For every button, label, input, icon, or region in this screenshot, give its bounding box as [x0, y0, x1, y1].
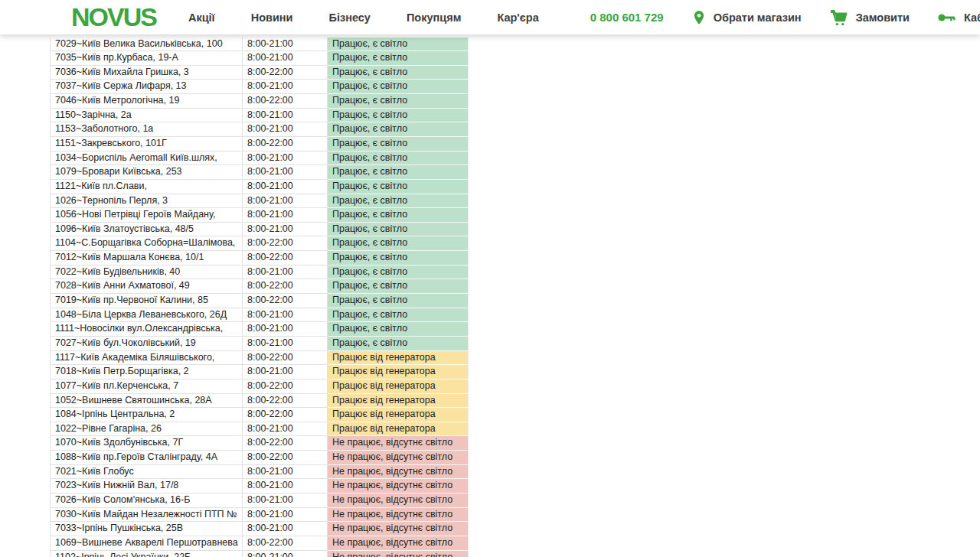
table-row: 1069~Вишневе Акварелі Першотравнева8:00-…: [50, 536, 469, 551]
nav-item-business[interactable]: Бізнесу: [329, 11, 371, 24]
order-label: Замовити: [856, 11, 910, 24]
table-row: 7012~Київ Маршала Конєва, 10/18:00-22:00…: [50, 251, 469, 265]
table-row: 1026~Тернопіль Перля, 38:00-21:00Працює,…: [50, 194, 469, 209]
store-address-cell: 1104~С.Борщагівка Соборна=Шалімова,: [50, 236, 243, 251]
status-cell: Працює від генератора: [328, 379, 469, 394]
table-row: 7018~Київ Петр.Борщагівка, 28:00-21:00Пр…: [50, 365, 469, 379]
table-row: 1096~Київ Златоустівська, 48/58:00-21:00…: [50, 223, 469, 237]
store-address-cell: 1069~Вишневе Акварелі Першотравнева: [50, 536, 243, 551]
working-hours-cell: 8:00-21:00: [243, 337, 328, 351]
store-address-cell: 7021~Київ Глобус: [50, 465, 243, 480]
table-row: 1088~Київ пр.Героїв Сталінграду, 4А8:00-…: [50, 451, 469, 465]
status-cell: Працює, є світло: [328, 109, 469, 123]
store-address-cell: 7018~Київ Петр.Борщагівка, 2: [50, 365, 243, 379]
status-cell: Працює, є світло: [328, 151, 469, 166]
working-hours-cell: 8:00-21:00: [243, 109, 328, 123]
working-hours-cell: 8:00-21:00: [243, 508, 328, 523]
working-hours-cell: 8:00-22:00: [243, 294, 328, 308]
status-cell: Працює, є світло: [328, 51, 469, 66]
store-address-cell: 1077~Київ пл.Керченська, 7: [50, 379, 243, 394]
status-cell: Працює від генератора: [328, 422, 469, 437]
table-row: 7021~Київ Глобус8:00-21:00Не працює, від…: [50, 465, 469, 480]
store-address-cell: 1022~Рівне Гагаріна, 26: [50, 422, 243, 437]
status-cell: Працює, є світло: [328, 37, 469, 52]
working-hours-cell: 8:00-21:00: [243, 465, 328, 480]
store-address-cell: 1088~Київ пр.Героїв Сталінграду, 4А: [50, 451, 243, 465]
working-hours-cell: 8:00-22:00: [243, 436, 328, 451]
status-cell: Не працює, відсутнє світло: [328, 479, 469, 493]
table-row: 7019~Київ пр.Червоної Калини, 858:00-22:…: [50, 294, 469, 308]
table-row: 7028~Київ Анни Ахматової, 498:00-22:00Пр…: [50, 279, 469, 294]
status-cell: Працює, є світло: [328, 122, 469, 137]
working-hours-cell: 8:00-21:00: [243, 265, 328, 280]
nav-item-shoppers[interactable]: Покупцям: [407, 11, 461, 24]
table-row: 7046~Київ Метрологічна, 198:00-22:00Прац…: [50, 94, 469, 109]
table-row: 7023~Київ Нижній Вал, 17/88:00-21:00Не п…: [50, 479, 469, 493]
working-hours-cell: 8:00-21:00: [243, 422, 328, 437]
table-row: 7035~Київ пр.Курбаса, 19-А8:00-21:00Прац…: [50, 51, 469, 66]
store-address-cell: 7033~Ірпінь Пушкінська, 25В: [50, 522, 243, 536]
nav-item-promotions[interactable]: Акції: [188, 11, 215, 24]
store-address-cell: 1111~Новосілки вул.Олександрівська,: [50, 322, 243, 337]
table-row: 1111~Новосілки вул.Олександрівська,8:00-…: [50, 322, 469, 337]
working-hours-cell: 8:00-21:00: [243, 151, 328, 166]
working-hours-cell: 8:00-22:00: [243, 251, 328, 265]
top-navigation-bar: NOVUS Акції Новини Бізнесу Покупцям Кар'…: [0, 0, 980, 34]
working-hours-cell: 8:00-21:00: [243, 180, 328, 194]
store-address-cell: 7035~Київ пр.Курбаса, 19-А: [50, 51, 243, 66]
working-hours-cell: 8:00-22:00: [243, 536, 328, 551]
store-address-cell: 1096~Київ Златоустівська, 48/5: [50, 223, 243, 237]
table-row: 1056~Нові Петрівці Героїв Майдану,8:00-2…: [50, 208, 469, 223]
store-address-cell: 7028~Київ Анни Ахматової, 49: [50, 279, 243, 294]
store-address-cell: 7019~Київ пр.Червоної Калини, 85: [50, 294, 243, 308]
working-hours-cell: 8:00-22:00: [243, 408, 328, 422]
table-row: 7036~Київ Михайла Гришка, 38:00-22:00Пра…: [50, 66, 469, 80]
store-address-cell: 1048~Біла Церква Леваневського, 26Д: [50, 308, 243, 323]
status-cell: Працює від генератора: [328, 365, 469, 379]
nav-item-news[interactable]: Новини: [251, 11, 293, 24]
table-row: 1151~Закревського, 101Г8:00-22:00Працює,…: [50, 137, 469, 151]
store-address-cell: 7027~Київ бул.Чоколівський, 19: [50, 337, 243, 351]
table-row: 1150~Зарічна, 2а8:00-21:00Працює, є світ…: [50, 109, 469, 123]
key-icon: [937, 11, 957, 24]
store-address-cell: 7030~Київ Майдан Незалежності ПТП №: [50, 508, 243, 523]
table-row: 7027~Київ бул.Чоколівський, 198:00-21:00…: [50, 337, 469, 351]
status-cell: Не працює, відсутнє світло: [328, 465, 469, 480]
status-cell: Працює, є світло: [328, 294, 469, 308]
table-row: 1121~Київ пл.Слави,8:00-21:00Працює, є с…: [50, 180, 469, 194]
status-cell: Не працює, відсутнє світло: [328, 551, 469, 557]
main-nav: Акції Новини Бізнесу Покупцям Кар'єра: [188, 11, 575, 24]
table-row: 1022~Рівне Гагаріна, 268:00-21:00Працює …: [50, 422, 469, 437]
working-hours-cell: 8:00-22:00: [243, 379, 328, 394]
status-cell: Працює, є світло: [328, 180, 469, 194]
store-address-cell: 7036~Київ Михайла Гришка, 3: [50, 66, 243, 80]
status-cell: Працює від генератора: [328, 394, 469, 409]
store-address-cell: 1070~Київ Здолбунівська, 7Г: [50, 436, 243, 451]
status-cell: Не працює, відсутнє світло: [328, 493, 469, 508]
status-cell: Працює, є світло: [328, 322, 469, 337]
status-cell: Працює, є світло: [328, 337, 469, 351]
store-status-table: 7029~Київ Велика Васильківська, 1008:00-…: [50, 37, 469, 557]
status-cell: Працює, є світло: [328, 265, 469, 280]
store-address-cell: 1084~Ірпінь Центральна, 2: [50, 408, 243, 422]
choose-store-button[interactable]: Обрати магазин: [691, 9, 802, 26]
phone-number[interactable]: 0 800 601 729: [590, 11, 664, 24]
account-button[interactable]: Кабінет: [937, 11, 980, 24]
table-row: 1079~Бровари Київська, 2538:00-21:00Прац…: [50, 165, 469, 180]
novus-logo[interactable]: NOVUS: [71, 0, 156, 34]
order-button[interactable]: Замовити: [829, 8, 910, 27]
store-address-cell: 7037~Київ Сержа Лифаря, 13: [50, 80, 243, 94]
store-address-cell: 7012~Київ Маршала Конєва, 10/1: [50, 251, 243, 265]
store-address-cell: 1121~Київ пл.Слави,: [50, 180, 243, 194]
working-hours-cell: 8:00-22:00: [243, 451, 328, 465]
working-hours-cell: 8:00-22:00: [243, 351, 328, 366]
working-hours-cell: 8:00-22:00: [243, 66, 328, 80]
status-cell: Працює, є світло: [328, 308, 469, 323]
status-cell: Не працює, відсутнє світло: [328, 536, 469, 551]
store-address-cell: 7023~Київ Нижній Вал, 17/8: [50, 479, 243, 493]
status-cell: Не працює, відсутнє світло: [328, 436, 469, 451]
nav-item-career[interactable]: Кар'єра: [497, 11, 538, 24]
status-cell: Працює, є світло: [328, 165, 469, 180]
status-cell: Працює, є світло: [328, 194, 469, 209]
status-cell: Працює, є світло: [328, 236, 469, 251]
